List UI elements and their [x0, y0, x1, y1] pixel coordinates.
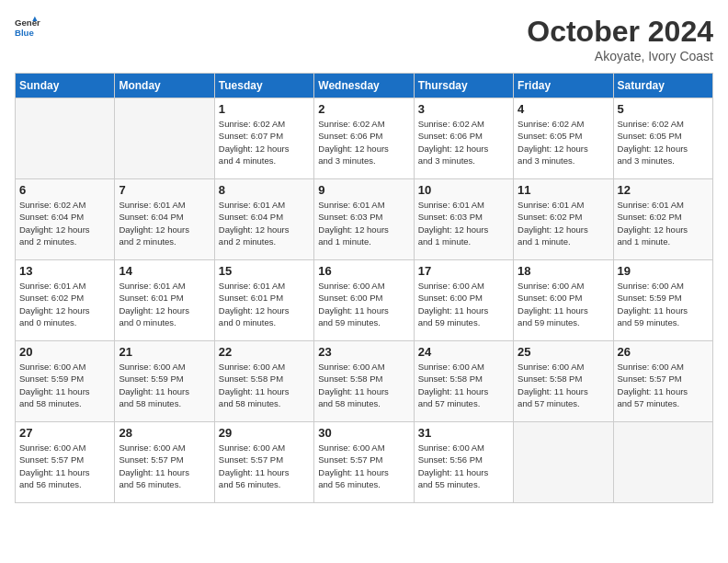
day-info: Sunrise: 6:00 AM Sunset: 5:58 PM Dayligh… — [418, 361, 509, 409]
title-block: October 2024 Akoyate, Ivory Coast — [527, 15, 713, 63]
day-number: 25 — [518, 345, 609, 359]
weekday-header: Tuesday — [214, 74, 313, 98]
calendar-cell — [514, 422, 613, 503]
calendar-week-row: 1Sunrise: 6:02 AM Sunset: 6:07 PM Daylig… — [16, 98, 713, 179]
day-info: Sunrise: 6:00 AM Sunset: 5:57 PM Dayligh… — [618, 361, 709, 409]
day-number: 15 — [219, 264, 310, 278]
day-info: Sunrise: 6:01 AM Sunset: 6:01 PM Dayligh… — [119, 280, 210, 328]
day-info: Sunrise: 6:00 AM Sunset: 5:57 PM Dayligh… — [19, 442, 110, 490]
day-info: Sunrise: 6:02 AM Sunset: 6:05 PM Dayligh… — [618, 118, 709, 167]
day-number: 5 — [618, 102, 709, 116]
weekday-header: Monday — [115, 74, 214, 98]
day-number: 17 — [418, 264, 509, 278]
day-info: Sunrise: 6:00 AM Sunset: 6:00 PM Dayligh… — [518, 280, 609, 328]
calendar-cell — [115, 98, 214, 179]
weekday-header: Saturday — [613, 74, 712, 98]
day-number: 4 — [518, 102, 609, 116]
day-info: Sunrise: 6:01 AM Sunset: 6:03 PM Dayligh… — [418, 199, 509, 247]
day-number: 28 — [119, 426, 210, 440]
calendar-cell: 18Sunrise: 6:00 AM Sunset: 6:00 PM Dayli… — [514, 260, 613, 341]
calendar-cell: 5Sunrise: 6:02 AM Sunset: 6:05 PM Daylig… — [613, 98, 712, 179]
day-number: 9 — [318, 183, 409, 197]
day-number: 3 — [418, 102, 509, 116]
calendar-cell: 6Sunrise: 6:02 AM Sunset: 6:04 PM Daylig… — [16, 179, 115, 260]
day-number: 27 — [19, 426, 110, 440]
day-info: Sunrise: 6:02 AM Sunset: 6:07 PM Dayligh… — [219, 118, 310, 167]
calendar-cell: 2Sunrise: 6:02 AM Sunset: 6:06 PM Daylig… — [314, 98, 414, 179]
month-title: October 2024 — [527, 15, 713, 49]
calendar-cell: 14Sunrise: 6:01 AM Sunset: 6:01 PM Dayli… — [115, 260, 214, 341]
calendar-cell: 8Sunrise: 6:01 AM Sunset: 6:04 PM Daylig… — [214, 179, 313, 260]
calendar-cell: 10Sunrise: 6:01 AM Sunset: 6:03 PM Dayli… — [414, 179, 513, 260]
calendar-cell: 29Sunrise: 6:00 AM Sunset: 5:57 PM Dayli… — [214, 422, 313, 503]
calendar-cell: 4Sunrise: 6:02 AM Sunset: 6:05 PM Daylig… — [514, 98, 613, 179]
svg-text:General: General — [15, 17, 40, 28]
calendar-week-row: 27Sunrise: 6:00 AM Sunset: 5:57 PM Dayli… — [16, 422, 713, 503]
calendar-cell: 31Sunrise: 6:00 AM Sunset: 5:56 PM Dayli… — [414, 422, 513, 503]
calendar-cell: 22Sunrise: 6:00 AM Sunset: 5:58 PM Dayli… — [214, 341, 313, 422]
day-info: Sunrise: 6:02 AM Sunset: 6:06 PM Dayligh… — [318, 118, 409, 167]
day-number: 10 — [418, 183, 509, 197]
calendar-cell: 20Sunrise: 6:00 AM Sunset: 5:59 PM Dayli… — [16, 341, 115, 422]
day-info: Sunrise: 6:00 AM Sunset: 5:58 PM Dayligh… — [318, 361, 409, 409]
weekday-header: Thursday — [414, 74, 513, 98]
day-number: 24 — [418, 345, 509, 359]
day-number: 1 — [219, 102, 310, 116]
calendar-cell: 7Sunrise: 6:01 AM Sunset: 6:04 PM Daylig… — [115, 179, 214, 260]
day-info: Sunrise: 6:01 AM Sunset: 6:02 PM Dayligh… — [518, 199, 609, 247]
calendar-body: 1Sunrise: 6:02 AM Sunset: 6:07 PM Daylig… — [16, 98, 713, 503]
calendar-cell: 16Sunrise: 6:00 AM Sunset: 6:00 PM Dayli… — [314, 260, 414, 341]
day-number: 16 — [318, 264, 409, 278]
weekday-header: Friday — [514, 74, 613, 98]
logo: General Blue — [15, 15, 40, 40]
svg-text:Blue: Blue — [15, 28, 34, 38]
weekday-header: Sunday — [16, 74, 115, 98]
calendar-table: SundayMondayTuesdayWednesdayThursdayFrid… — [15, 73, 713, 503]
calendar-cell: 17Sunrise: 6:00 AM Sunset: 6:00 PM Dayli… — [414, 260, 513, 341]
day-info: Sunrise: 6:00 AM Sunset: 5:57 PM Dayligh… — [219, 442, 310, 490]
day-info: Sunrise: 6:02 AM Sunset: 6:04 PM Dayligh… — [19, 199, 110, 247]
calendar-cell: 27Sunrise: 6:00 AM Sunset: 5:57 PM Dayli… — [16, 422, 115, 503]
day-info: Sunrise: 6:01 AM Sunset: 6:04 PM Dayligh… — [219, 199, 310, 247]
calendar-cell: 9Sunrise: 6:01 AM Sunset: 6:03 PM Daylig… — [314, 179, 414, 260]
location-title: Akoyate, Ivory Coast — [527, 49, 713, 63]
calendar-cell: 1Sunrise: 6:02 AM Sunset: 6:07 PM Daylig… — [214, 98, 313, 179]
day-number: 14 — [119, 264, 210, 278]
calendar-cell: 30Sunrise: 6:00 AM Sunset: 5:57 PM Dayli… — [314, 422, 414, 503]
day-number: 31 — [418, 426, 509, 440]
day-info: Sunrise: 6:00 AM Sunset: 5:59 PM Dayligh… — [618, 280, 709, 328]
calendar-cell: 13Sunrise: 6:01 AM Sunset: 6:02 PM Dayli… — [16, 260, 115, 341]
calendar-cell — [16, 98, 115, 179]
day-number: 8 — [219, 183, 310, 197]
day-number: 20 — [19, 345, 110, 359]
calendar-week-row: 6Sunrise: 6:02 AM Sunset: 6:04 PM Daylig… — [16, 179, 713, 260]
day-info: Sunrise: 6:00 AM Sunset: 5:57 PM Dayligh… — [119, 442, 210, 490]
day-number: 21 — [119, 345, 210, 359]
day-info: Sunrise: 6:01 AM Sunset: 6:02 PM Dayligh… — [19, 280, 110, 328]
calendar-cell: 11Sunrise: 6:01 AM Sunset: 6:02 PM Dayli… — [514, 179, 613, 260]
day-info: Sunrise: 6:02 AM Sunset: 6:06 PM Dayligh… — [418, 118, 509, 167]
day-number: 22 — [219, 345, 310, 359]
day-number: 6 — [19, 183, 110, 197]
day-number: 13 — [19, 264, 110, 278]
day-info: Sunrise: 6:00 AM Sunset: 5:59 PM Dayligh… — [19, 361, 110, 409]
day-info: Sunrise: 6:01 AM Sunset: 6:02 PM Dayligh… — [618, 199, 709, 247]
calendar-cell: 23Sunrise: 6:00 AM Sunset: 5:58 PM Dayli… — [314, 341, 414, 422]
calendar-cell: 25Sunrise: 6:00 AM Sunset: 5:58 PM Dayli… — [514, 341, 613, 422]
calendar-week-row: 13Sunrise: 6:01 AM Sunset: 6:02 PM Dayli… — [16, 260, 713, 341]
day-info: Sunrise: 6:00 AM Sunset: 5:57 PM Dayligh… — [318, 442, 409, 490]
calendar-cell: 3Sunrise: 6:02 AM Sunset: 6:06 PM Daylig… — [414, 98, 513, 179]
day-number: 30 — [318, 426, 409, 440]
day-number: 7 — [119, 183, 210, 197]
day-number: 11 — [518, 183, 609, 197]
page-header: General Blue October 2024 Akoyate, Ivory… — [15, 15, 713, 63]
day-number: 19 — [618, 264, 709, 278]
weekday-header: Wednesday — [314, 74, 414, 98]
calendar-cell: 26Sunrise: 6:00 AM Sunset: 5:57 PM Dayli… — [613, 341, 712, 422]
calendar-cell: 19Sunrise: 6:00 AM Sunset: 5:59 PM Dayli… — [613, 260, 712, 341]
calendar-week-row: 20Sunrise: 6:00 AM Sunset: 5:59 PM Dayli… — [16, 341, 713, 422]
day-info: Sunrise: 6:00 AM Sunset: 6:00 PM Dayligh… — [418, 280, 509, 328]
day-info: Sunrise: 6:00 AM Sunset: 5:58 PM Dayligh… — [219, 361, 310, 409]
day-info: Sunrise: 6:00 AM Sunset: 5:56 PM Dayligh… — [418, 442, 509, 490]
calendar-cell: 28Sunrise: 6:00 AM Sunset: 5:57 PM Dayli… — [115, 422, 214, 503]
